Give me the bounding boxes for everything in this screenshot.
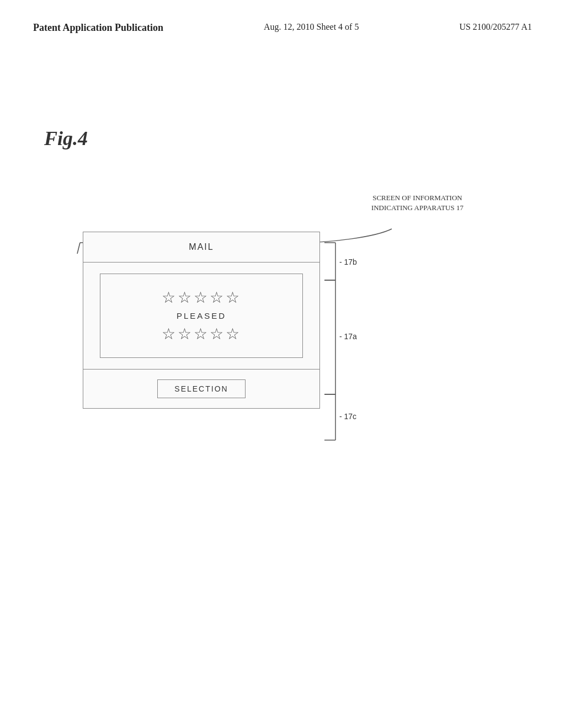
screen-title-section: MAIL bbox=[83, 232, 319, 263]
svg-text:- 17b: - 17b bbox=[339, 258, 357, 266]
content-box: ☆☆☆☆☆ PLEASED ☆☆☆☆☆ bbox=[100, 274, 303, 358]
sheet-info: Aug. 12, 2010 Sheet 4 of 5 bbox=[264, 22, 359, 32]
screen-outer: MAIL ☆☆☆☆☆ PLEASED ☆☆☆☆☆ SELECTION bbox=[83, 232, 320, 409]
selection-button[interactable]: SELECTION bbox=[157, 379, 245, 398]
screen-bottom-section: SELECTION bbox=[83, 370, 319, 408]
svg-text:- 17a: - 17a bbox=[339, 332, 357, 341]
annotation-line2: INDICATING APPARATUS 17 bbox=[371, 204, 463, 212]
stars-top: ☆☆☆☆☆ bbox=[109, 288, 294, 307]
patent-number: US 2100/205277 A1 bbox=[459, 22, 532, 32]
svg-text:- 17c: - 17c bbox=[339, 412, 356, 421]
publication-label: Patent Application Publication bbox=[33, 22, 163, 34]
emotion-label: PLEASED bbox=[109, 311, 294, 320]
screen-wrapper: MAIL ☆☆☆☆☆ PLEASED ☆☆☆☆☆ SELECTION bbox=[83, 232, 320, 409]
page-header: Patent Application Publication Aug. 12, … bbox=[0, 0, 565, 45]
diagram-container: SCREEN OF INFORMATION INDICATING APPARAT… bbox=[66, 188, 480, 452]
mail-label: MAIL bbox=[189, 242, 214, 251]
stars-bottom: ☆☆☆☆☆ bbox=[109, 325, 294, 343]
annotation-line1: SCREEN OF INFORMATION bbox=[372, 194, 462, 202]
screen-main-section: ☆☆☆☆☆ PLEASED ☆☆☆☆☆ bbox=[83, 263, 319, 370]
figure-label: Fig.4 bbox=[44, 127, 88, 150]
svg-line-14 bbox=[77, 243, 80, 254]
annotation-label: SCREEN OF INFORMATION INDICATING APPARAT… bbox=[371, 193, 463, 213]
